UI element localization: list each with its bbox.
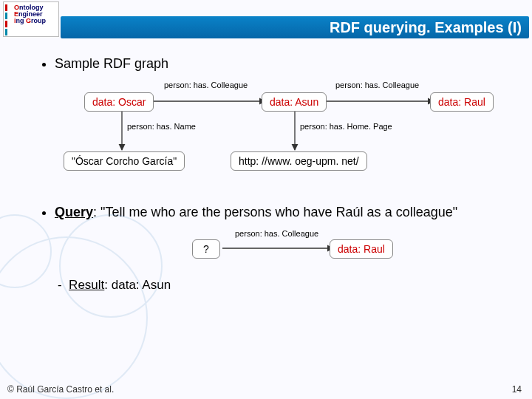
edge-has-colleague-1: person: has. Colleague: [164, 81, 248, 89]
bullet-query: Query: "Tell me who are the persons who …: [55, 205, 502, 220]
result-value: : data: Asun: [104, 278, 171, 292]
query-label: Query: [55, 205, 93, 219]
node-oscar-name: "Óscar Corcho García": [64, 151, 185, 171]
org-logo: Ontology Engineer ing Group: [3, 1, 59, 37]
page-number: 14: [512, 384, 522, 395]
node-query-raul: data: Raul: [330, 239, 393, 259]
query-text: : "Tell me who are the persons who have …: [93, 205, 457, 219]
query-diagram: ? data: Raul person: has. Colleague: [40, 226, 502, 270]
bullet-sample-graph: Sample RDF graph: [55, 56, 502, 72]
slide-title: RDF querying. Examples (I): [61, 16, 529, 38]
slide-content: Sample RDF graph data: Oscar data: Asun …: [0, 43, 532, 293]
slide-header: Ontology Engineer ing Group RDF querying…: [0, 0, 532, 43]
copyright: © Raúl García Castro et al.: [7, 384, 114, 395]
slide-footer: © Raúl García Castro et al. 14: [7, 384, 522, 395]
node-asun: data: Asun: [262, 92, 327, 112]
edge-has-homepage: person: has. Home. Page: [300, 122, 392, 131]
edge-query-colleague: person: has. Colleague: [235, 229, 318, 238]
node-raul: data: Raul: [430, 92, 494, 112]
result-line: - Result: data: Asun: [58, 278, 502, 293]
rdf-graph-diagram: data: Oscar data: Asun data: Raul "Óscar…: [40, 79, 502, 197]
result-label: Result: [69, 278, 104, 292]
node-oscar: data: Oscar: [84, 92, 154, 112]
edge-has-colleague-2: person: has. Colleague: [335, 81, 419, 89]
node-asun-homepage: http: //www. oeg-upm. net/: [231, 151, 367, 171]
edge-has-name: person: has. Name: [127, 122, 196, 131]
node-unknown: ?: [192, 239, 220, 259]
